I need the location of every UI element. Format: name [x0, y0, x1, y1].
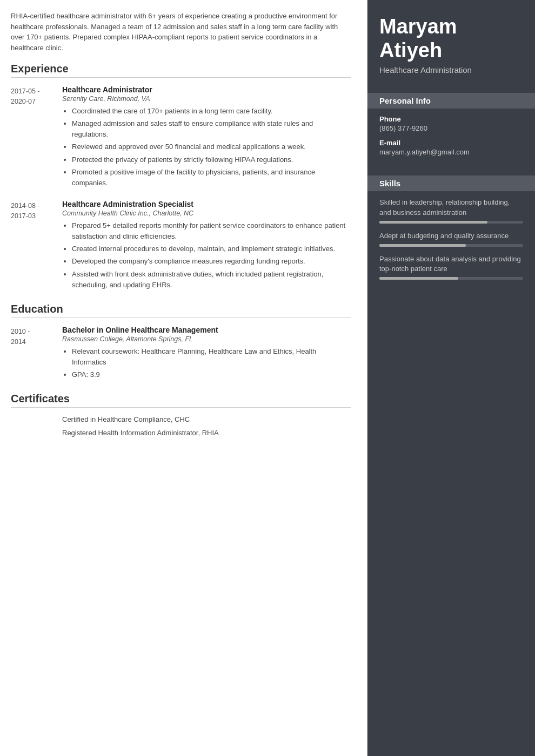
entry-bullets: Prepared 5+ detailed reports monthly for…: [62, 220, 351, 291]
entry-dates: 2014-08 - 2017-03: [11, 200, 62, 292]
phone-label: Phone: [379, 115, 523, 123]
bullet-item: Developed the company's compliance measu…: [72, 256, 351, 267]
experience-section: Experience 2017-05 - 2020-07Healthcare A…: [11, 63, 351, 292]
entry-subtitle: Community Health Clinic Inc., Charlotte,…: [62, 210, 351, 217]
name-line2: Atiyeh: [379, 39, 442, 62]
personal-info-section: Personal Info Phone (865) 377-9260 E-mai…: [367, 85, 535, 168]
entry-bullets: Relevant coursework: Healthcare Planning…: [62, 346, 351, 380]
certificate-item: Certified in Healthcare Compliance, CHC: [62, 415, 351, 423]
entry-subtitle: Rasmussen College, Altamonte Springs, FL: [62, 335, 351, 343]
candidate-profession: Healthcare Administration: [379, 65, 523, 75]
education-entry: 2010 - 2014Bachelor in Online Healthcare…: [11, 326, 351, 382]
main-content: RHIA-certified healthcare administrator …: [0, 0, 367, 756]
bullet-item: Created internal procedures to develop, …: [72, 244, 351, 254]
skills-list: Skilled in leadership, relationship buil…: [379, 198, 523, 280]
bullet-item: Prepared 5+ detailed reports monthly for…: [72, 220, 351, 242]
candidate-name: Maryam Atiyeh: [379, 15, 523, 62]
experience-title: Experience: [11, 63, 351, 78]
education-title: Education: [11, 303, 351, 318]
bullet-item: Relevant coursework: Healthcare Planning…: [72, 346, 351, 368]
summary-text: RHIA-certified healthcare administrator …: [11, 11, 351, 53]
skill-bar-background: [379, 244, 523, 247]
personal-info-title: Personal Info: [367, 93, 535, 109]
skill-text: Skilled in leadership, relationship buil…: [379, 198, 523, 217]
entry-bullets: Coordinated the care of 170+ patients in…: [62, 106, 351, 188]
experience-entry: 2017-05 - 2020-07Healthcare Administrato…: [11, 85, 351, 190]
bullet-item: Assisted with front desk administrative …: [72, 269, 351, 291]
certificate-item: Registered Health Information Administra…: [62, 429, 351, 437]
skills-section: Skills Skilled in leadership, relationsh…: [367, 168, 535, 293]
skills-title: Skills: [367, 176, 535, 191]
bullet-item: GPA: 3.9: [72, 369, 351, 380]
education-section: Education 2010 - 2014Bachelor in Online …: [11, 303, 351, 382]
certificates-title: Certificates: [11, 393, 351, 408]
email-label: E-mail: [379, 139, 523, 147]
bullet-item: Managed admission and sales staff to ens…: [72, 118, 351, 140]
skill-item: Skilled in leadership, relationship buil…: [379, 198, 523, 223]
sidebar: Maryam Atiyeh Healthcare Administration …: [367, 0, 535, 756]
bullet-item: Reviewed and approved over 50 financial …: [72, 141, 351, 152]
sidebar-header: Maryam Atiyeh Healthcare Administration: [367, 0, 535, 85]
certificates-list: Certified in Healthcare Compliance, CHCR…: [11, 415, 351, 437]
phone-value: (865) 377-9260: [379, 124, 523, 132]
skill-bar-fill: [379, 221, 487, 224]
bullet-item: Protected the privacy of patients by str…: [72, 154, 351, 165]
entry-dates: 2010 - 2014: [11, 326, 62, 382]
skill-bar-fill: [379, 277, 458, 280]
bullet-item: Coordinated the care of 170+ patients in…: [72, 106, 351, 117]
entry-title: Healthcare Administration Specialist: [62, 200, 351, 208]
skill-bar-background: [379, 277, 523, 280]
name-line1: Maryam: [379, 15, 457, 38]
skill-item: Passionate about data analysis and provi…: [379, 254, 523, 280]
entry-subtitle: Serenity Care, Richmond, VA: [62, 95, 351, 103]
skill-item: Adept at budgeting and quality assurance: [379, 231, 523, 247]
entry-dates: 2017-05 - 2020-07: [11, 85, 62, 190]
experience-entries: 2017-05 - 2020-07Healthcare Administrato…: [11, 85, 351, 292]
skill-text: Adept at budgeting and quality assurance: [379, 231, 523, 241]
experience-entry: 2014-08 - 2017-03Healthcare Administrati…: [11, 200, 351, 292]
education-entries: 2010 - 2014Bachelor in Online Healthcare…: [11, 326, 351, 382]
entry-title: Bachelor in Online Healthcare Management: [62, 326, 351, 334]
entry-title: Healthcare Administrator: [62, 85, 351, 94]
skill-bar-background: [379, 221, 523, 224]
skill-bar-fill: [379, 244, 466, 247]
skill-text: Passionate about data analysis and provi…: [379, 254, 523, 274]
certificates-section: Certificates Certified in Healthcare Com…: [11, 393, 351, 437]
bullet-item: Promoted a positive image of the facilit…: [72, 167, 351, 188]
email-value: maryam.y.atiyeh@gmail.com: [379, 148, 523, 156]
